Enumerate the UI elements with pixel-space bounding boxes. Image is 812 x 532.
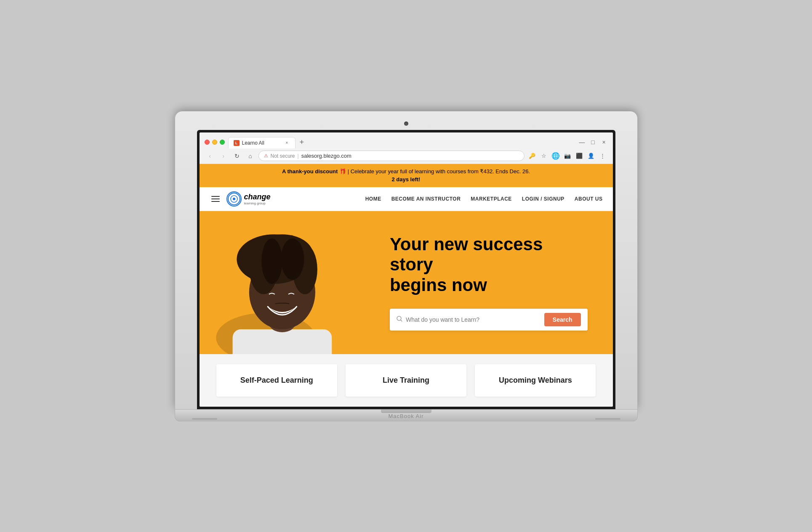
cast-icon[interactable]: ⬛ [574,151,584,161]
laptop-wrapper: × — □ L Learno All × + [175,111,638,421]
tab-favicon: L [234,140,240,146]
hero-section: Your new success story begins now [200,211,613,354]
laptop-feet [175,418,637,420]
svg-point-14 [281,238,304,280]
os-close-button[interactable]: × [600,138,608,146]
profile-icon[interactable]: 👤 [586,151,596,161]
search-button[interactable]: Search [544,313,581,326]
website-content: A thank-you discount 🎁 | Celebrate your … [200,164,613,407]
search-icon [397,316,402,323]
feature-card-live-training-label: Live Training [383,376,429,384]
laptop-foot-left [192,418,217,420]
address-separator: | [298,153,299,159]
home-button[interactable]: ⌂ [245,151,256,161]
os-minimize-button[interactable]: — [578,138,586,146]
promo-text-bold: A thank-you discount 🎁 [282,168,346,175]
camera [404,122,408,126]
new-tab-button[interactable]: + [296,136,309,148]
promo-banner: A thank-you discount 🎁 | Celebrate your … [200,164,613,187]
tab-title: Learno All [242,140,264,146]
screen: × — □ L Learno All × + [200,132,613,407]
address-url: salesorg.blezgo.com [301,153,519,159]
nav-login[interactable]: LOGIN / SIGNUP [522,196,564,202]
hero-person-svg [200,211,373,354]
logo-sub: learning group [244,201,271,205]
nav-marketplace[interactable]: MARKETPLACE [471,196,512,202]
site-navigation: HOME BECOME AN INSTRUCTOR MARKETPLACE LO… [365,196,603,202]
browser-toolbar: ‹ › ↻ ⌂ ⚠ Not secure | salesorg.blezgo.c… [200,148,613,164]
search-box: Search [390,309,588,331]
hero-image [200,211,373,354]
feature-card-self-paced[interactable]: Self-Paced Learning [216,364,337,397]
hamburger-line-3 [211,201,220,202]
forward-button[interactable]: › [218,151,229,161]
promo-countdown: 2 days left! [206,175,606,184]
logo-icon [226,191,242,206]
logo-text: change [244,193,271,201]
nav-home[interactable]: HOME [365,196,381,202]
nav-about[interactable]: ABOUT US [575,196,603,202]
address-bar[interactable]: ⚠ Not secure | salesorg.blezgo.com [258,151,524,161]
screen-bezel: × — □ L Learno All × + [197,130,615,409]
bookmark-icon[interactable]: ☆ [539,151,549,161]
tab-close-button[interactable]: × [284,140,290,146]
feature-cards-section: Self-Paced Learning Live Training Upcomi… [200,354,613,407]
window-close-button[interactable]: × [205,140,210,145]
hero-content: Your new success story begins now [373,211,613,354]
laptop-foot-right [595,418,620,420]
password-icon[interactable]: 🔑 [527,151,537,161]
hamburger-line-2 [211,199,220,199]
camera-notch [197,119,615,130]
laptop-hinge [381,410,431,413]
security-indicator: ⚠ [264,153,268,159]
browser-window-controls: × — □ [205,140,225,145]
promo-text-rest: | Celebrate your year full of learning w… [348,168,530,175]
svg-point-2 [233,198,235,200]
feature-card-live-training[interactable]: Live Training [346,364,466,397]
screenshot-icon[interactable]: 📷 [562,151,572,161]
nav-instructor[interactable]: BECOME AN INSTRUCTOR [391,196,461,202]
laptop-base: MacBook Air [175,410,638,421]
window-minimize-button[interactable]: — [212,140,217,145]
hamburger-line-1 [211,196,220,197]
svg-rect-6 [232,329,332,354]
os-restore-button[interactable]: □ [589,138,597,146]
search-input[interactable] [406,316,541,323]
menu-icon[interactable]: ⋮ [598,151,608,161]
svg-line-16 [401,320,402,321]
browser-tabs: L Learno All × + [228,136,578,148]
hamburger-menu[interactable] [210,194,221,204]
active-tab[interactable]: L Learno All × [228,137,296,148]
back-button[interactable]: ‹ [205,151,216,161]
browser-chrome: × — □ L Learno All × + [200,132,613,164]
site-logo[interactable]: change learning group [226,191,271,206]
laptop-lid: × — □ L Learno All × + [175,111,638,410]
security-text: Not secure [271,153,295,159]
browser-toolbar-icons: 🔑 ☆ 🌐 📷 ⬛ 👤 ⋮ [527,151,608,161]
window-maximize-button[interactable]: □ [220,140,225,145]
refresh-button[interactable]: ↻ [232,151,242,161]
chrome-icon[interactable]: 🌐 [551,151,561,161]
os-window-controls: — □ × [578,138,608,146]
feature-card-webinars[interactable]: Upcoming Webinars [475,364,596,397]
site-header: change learning group HOME BECOME AN INS… [200,187,613,211]
browser-titlebar: × — □ L Learno All × + [200,132,613,148]
feature-card-webinars-label: Upcoming Webinars [499,376,572,384]
feature-card-self-paced-label: Self-Paced Learning [240,376,313,384]
svg-point-13 [261,238,282,284]
hero-title: Your new success story begins now [390,234,588,295]
